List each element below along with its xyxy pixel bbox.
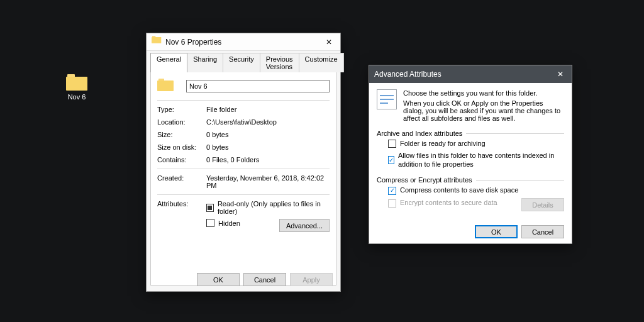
advanced-title: Advanced Attributes [374,70,552,79]
general-panel: Type:File folder Location:C:\Users\fatiw… [150,72,336,286]
advanced-button[interactable]: Advanced... [279,219,330,232]
label-type: Type: [157,106,206,113]
checkbox-archive-label: Folder is ready for archiving [400,140,486,148]
checkbox-index[interactable]: Allow files in this folder to have conte… [388,152,564,169]
folder-icon [66,74,87,91]
folder-icon [152,31,162,52]
folder-name-input[interactable] [186,80,330,92]
checkbox-empty-icon [206,219,214,227]
properties-page-icon [377,89,397,109]
checkbox-encrypt: Encrypt contents to secure data [388,199,521,208]
tab-sharing[interactable]: Sharing [187,53,223,72]
cancel-button[interactable]: Cancel [521,225,564,238]
value-size: 0 bytes [206,131,330,138]
value-contains: 0 Files, 0 Folders [206,156,330,164]
checkbox-empty-icon [388,140,396,148]
properties-window: Nov 6 Properties ✕ General Sharing Secur… [146,33,341,292]
label-size: Size: [157,131,206,138]
value-type: File folder [206,106,330,113]
desktop-folder-label: Nov 6 [58,93,96,101]
checkbox-hidden-label: Hidden [218,219,240,227]
checkbox-checked-icon [388,156,394,164]
value-location: C:\Users\fatiw\Desktop [206,118,330,126]
group-archive-index: Archive and Index attributes [377,130,564,137]
checkbox-readonly[interactable]: Read-only (Only applies to files in fold… [206,200,330,215]
properties-title: Nov 6 Properties [165,38,320,47]
label-size-on-disk: Size on disk: [157,143,206,151]
checkbox-indeterminate-icon [206,204,214,212]
value-created: Yesterday, November 6, 2018, 8:42:02 PM [206,174,330,189]
ok-button[interactable]: OK [197,273,240,286]
group-compress-encrypt: Compress or Encrypt attributes [377,176,564,184]
label-attributes: Attributes: [157,200,206,232]
advanced-attributes-dialog: Advanced Attributes ✕ Choose the setting… [369,65,572,244]
advanced-titlebar[interactable]: Advanced Attributes ✕ [369,65,572,83]
close-icon[interactable]: ✕ [320,36,338,48]
checkbox-hidden[interactable]: Hidden [206,219,240,227]
checkbox-checked-icon [388,187,396,195]
label-contains: Contains: [157,156,206,164]
checkbox-readonly-label: Read-only (Only applies to files in fold… [218,200,330,215]
close-icon[interactable]: ✕ [552,68,569,80]
properties-buttons: OK Cancel Apply [147,273,340,286]
ok-button[interactable]: OK [475,225,518,238]
properties-tabs: General Sharing Security Previous Versio… [147,51,340,72]
checkbox-encrypt-label: Encrypt contents to secure data [400,199,497,208]
tab-general[interactable]: General [150,53,187,72]
tab-security[interactable]: Security [223,53,260,72]
desktop-folder[interactable]: Nov 6 [58,74,96,101]
checkbox-disabled-icon [388,199,396,208]
advanced-buttons: OK Cancel [369,225,572,238]
checkbox-index-label: Allow files in this folder to have conte… [398,152,564,169]
label-created: Created: [157,174,206,189]
advanced-intro-2: When you click OK or Apply on the Proper… [403,99,564,122]
cancel-button[interactable]: Cancel [243,273,286,286]
apply-button[interactable]: Apply [290,273,333,286]
value-size-on-disk: 0 bytes [206,143,330,151]
tab-previous-versions[interactable]: Previous Versions [260,53,299,72]
checkbox-compress[interactable]: Compress contents to save disk space [388,186,564,195]
checkbox-compress-label: Compress contents to save disk space [400,186,518,195]
properties-titlebar[interactable]: Nov 6 Properties ✕ [147,33,340,51]
details-button[interactable]: Details [521,198,564,211]
checkbox-archive[interactable]: Folder is ready for archiving [388,140,564,148]
advanced-intro-1: Choose the settings you want for this fo… [403,89,564,97]
tab-customize[interactable]: Customize [299,53,344,72]
label-location: Location: [157,118,206,126]
folder-icon [157,79,174,91]
